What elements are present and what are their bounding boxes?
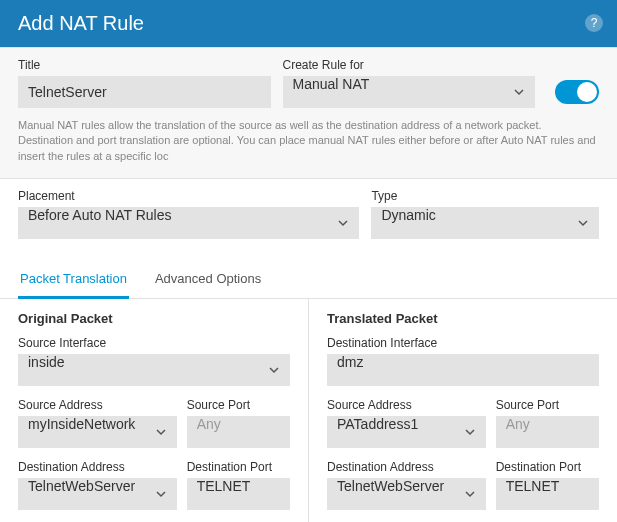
createfor-label: Create Rule for	[283, 58, 536, 72]
top-section: Title Create Rule for Manual NAT Manual …	[0, 47, 617, 179]
orig-src-addr-value: myInsideNetwork	[28, 416, 135, 432]
trans-src-addr-value: PATaddress1	[337, 416, 418, 432]
placement-value: Before Auto NAT Rules	[28, 207, 171, 223]
trans-dst-iface-input[interactable]: dmz	[327, 354, 599, 386]
orig-src-iface-value: inside	[28, 354, 65, 370]
trans-src-addr-label: Source Address	[327, 398, 486, 412]
packet-panels: Original Packet Source Interface inside …	[0, 299, 617, 522]
trans-dst-addr-value: TelnetWebServer	[337, 478, 444, 494]
orig-src-port-label: Source Port	[187, 398, 290, 412]
type-select[interactable]: Dynamic	[371, 207, 599, 239]
dialog-header: Add NAT Rule ?	[0, 0, 617, 47]
type-value: Dynamic	[381, 207, 435, 223]
orig-dst-addr-select[interactable]: TelnetWebServer	[18, 478, 177, 510]
orig-src-iface-select[interactable]: inside	[18, 354, 290, 386]
trans-src-port-label: Source Port	[496, 398, 599, 412]
orig-dst-port-label: Destination Port	[187, 460, 290, 474]
trans-dst-port-label: Destination Port	[496, 460, 599, 474]
type-label: Type	[371, 189, 599, 203]
trans-dst-iface-value: dmz	[337, 354, 363, 370]
title-input[interactable]	[18, 76, 271, 108]
createfor-select[interactable]: Manual NAT	[283, 76, 536, 108]
tab-advanced-options[interactable]: Advanced Options	[153, 261, 263, 298]
orig-dst-port-value: TELNET	[197, 478, 251, 494]
tabs: Packet Translation Advanced Options	[0, 253, 617, 299]
translated-packet-panel: Translated Packet Destination Interface …	[308, 299, 617, 522]
orig-dst-addr-label: Destination Address	[18, 460, 177, 474]
trans-src-port-value: Any	[506, 416, 530, 432]
trans-src-port-input[interactable]: Any	[496, 416, 599, 448]
toggle-knob	[577, 82, 597, 102]
original-heading: Original Packet	[18, 311, 290, 326]
orig-dst-addr-value: TelnetWebServer	[28, 478, 135, 494]
orig-src-addr-label: Source Address	[18, 398, 177, 412]
trans-dst-iface-label: Destination Interface	[327, 336, 599, 350]
tab-packet-translation[interactable]: Packet Translation	[18, 261, 129, 299]
trans-dst-addr-select[interactable]: TelnetWebServer	[327, 478, 486, 510]
help-icon[interactable]: ?	[585, 14, 603, 32]
createfor-value: Manual NAT	[293, 76, 370, 92]
placement-select[interactable]: Before Auto NAT Rules	[18, 207, 359, 239]
trans-dst-port-value: TELNET	[506, 478, 560, 494]
placement-section: Placement Before Auto NAT Rules Type Dyn…	[0, 179, 617, 253]
orig-src-iface-label: Source Interface	[18, 336, 290, 350]
trans-src-addr-select[interactable]: PATaddress1	[327, 416, 486, 448]
translated-heading: Translated Packet	[327, 311, 599, 326]
trans-dst-port-input[interactable]: TELNET	[496, 478, 599, 510]
orig-dst-port-input[interactable]: TELNET	[187, 478, 290, 510]
placement-label: Placement	[18, 189, 359, 203]
enable-toggle[interactable]	[555, 80, 599, 104]
orig-src-port-value: Any	[197, 416, 221, 432]
rule-description: Manual NAT rules allow the translation o…	[18, 118, 599, 164]
orig-src-port-input[interactable]: Any	[187, 416, 290, 448]
original-packet-panel: Original Packet Source Interface inside …	[0, 299, 308, 522]
trans-dst-addr-label: Destination Address	[327, 460, 486, 474]
dialog-title: Add NAT Rule	[18, 12, 144, 34]
title-label: Title	[18, 58, 271, 72]
orig-src-addr-select[interactable]: myInsideNetwork	[18, 416, 177, 448]
